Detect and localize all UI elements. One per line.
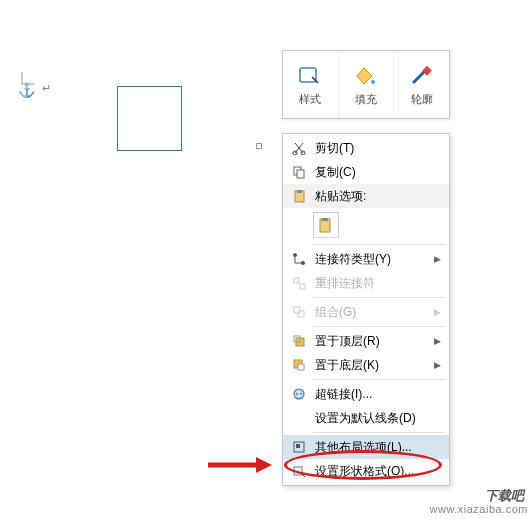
menu-label: 剪切(T): [315, 140, 441, 157]
submenu-arrow-icon: ▶: [434, 360, 441, 370]
format-icon: [289, 462, 309, 480]
svg-rect-8: [297, 190, 302, 193]
outline-label: 轮廓: [411, 92, 433, 107]
svg-rect-10: [322, 218, 328, 221]
menu-label: 其他布局选项(L)...: [315, 439, 441, 456]
menu-item-cut[interactable]: 剪切(T): [283, 136, 449, 160]
menu-separator: [313, 326, 445, 327]
fill-icon: [353, 63, 379, 89]
outline-button[interactable]: 轮廓: [394, 51, 449, 118]
rearrange-icon: [289, 274, 309, 292]
style-label: 样式: [299, 92, 321, 107]
menu-item-bring-front[interactable]: 置于顶层(R) ▶: [283, 329, 449, 353]
menu-label: 连接符类型(Y): [315, 251, 434, 268]
paste-option-button[interactable]: [313, 212, 339, 238]
watermark-url: www.xiazaiba.com: [430, 503, 528, 515]
layout-icon: [289, 438, 309, 456]
annotation-arrow: [206, 455, 276, 478]
bring-front-icon: [289, 332, 309, 350]
menu-item-connector-type[interactable]: 连接符类型(Y) ▶: [283, 247, 449, 271]
menu-item-format-shape[interactable]: 设置形状格式(O)...: [283, 459, 449, 483]
menu-label: 设置形状格式(O)...: [315, 463, 441, 480]
svg-rect-14: [300, 284, 305, 289]
submenu-arrow-icon: ▶: [434, 307, 441, 317]
menu-item-default-line[interactable]: 设置为默认线条(D): [283, 406, 449, 430]
svg-rect-13: [294, 278, 299, 283]
paste-options-row: [283, 208, 449, 242]
menu-separator: [313, 432, 445, 433]
submenu-arrow-icon: ▶: [434, 336, 441, 346]
menu-item-group: 组合(G) ▶: [283, 300, 449, 324]
anchor-icon: ⚓: [18, 82, 35, 98]
svg-rect-16: [298, 311, 304, 317]
selected-rectangle-shape[interactable]: [117, 86, 182, 151]
svg-rect-24: [294, 467, 302, 475]
paste-icon: [289, 187, 309, 205]
svg-point-1: [371, 80, 375, 84]
menu-label: 重排连接符: [315, 275, 441, 292]
svg-rect-6: [297, 170, 304, 178]
menu-item-rearrange-connector: 重排连接符: [283, 271, 449, 295]
cut-icon: [289, 139, 309, 157]
connector-icon: [289, 250, 309, 268]
paragraph-mark-icon: ↵: [42, 82, 51, 95]
menu-label: 粘贴选项:: [315, 188, 441, 205]
submenu-arrow-icon: ▶: [434, 254, 441, 264]
copy-icon: [289, 163, 309, 181]
svg-rect-23: [296, 444, 300, 448]
blank-icon: [289, 409, 309, 427]
outline-icon: [409, 63, 435, 89]
menu-label: 超链接(I)...: [315, 386, 441, 403]
menu-label: 组合(G): [315, 304, 434, 321]
menu-item-more-layout[interactable]: 其他布局选项(L)...: [283, 435, 449, 459]
hyperlink-icon: [289, 385, 309, 403]
send-back-icon: [289, 356, 309, 374]
menu-separator: [313, 244, 445, 245]
context-menu: 剪切(T) 复制(C) 粘贴选项: 连接符类型(Y) ▶ 重排连接符 组合(G)…: [282, 133, 450, 486]
menu-separator: [313, 379, 445, 380]
menu-label: 置于顶层(R): [315, 333, 434, 350]
fill-button[interactable]: 填充: [339, 51, 395, 118]
mini-toolbar: 样式 填充 轮廓: [282, 50, 450, 119]
menu-label: 复制(C): [315, 164, 441, 181]
style-button[interactable]: 样式: [283, 51, 339, 118]
menu-item-hyperlink[interactable]: 超链接(I)...: [283, 382, 449, 406]
fill-label: 填充: [355, 92, 377, 107]
selection-handle[interactable]: [256, 143, 262, 149]
group-icon: [289, 303, 309, 321]
svg-rect-15: [294, 307, 300, 313]
style-icon: [297, 63, 323, 89]
svg-rect-0: [300, 68, 316, 82]
svg-rect-20: [298, 364, 304, 370]
menu-item-paste-header: 粘贴选项:: [283, 184, 449, 208]
menu-label: 设置为默认线条(D): [315, 410, 441, 427]
menu-label: 置于底层(K): [315, 357, 434, 374]
menu-item-send-back[interactable]: 置于底层(K) ▶: [283, 353, 449, 377]
menu-item-copy[interactable]: 复制(C): [283, 160, 449, 184]
menu-separator: [313, 297, 445, 298]
